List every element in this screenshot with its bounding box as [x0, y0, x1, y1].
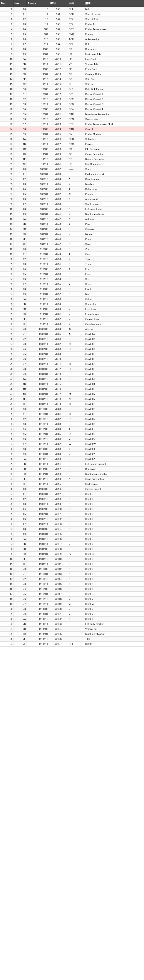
- table-cell: 127: [0, 641, 13, 647]
- table-cell: 53: [0, 272, 13, 277]
- table-cell: 56: [13, 437, 27, 442]
- table-row: 119771110111&#119;wSmall w: [0, 601, 144, 607]
- table-cell: 1001101: [27, 391, 49, 397]
- table-cell: Acknowledge: [85, 37, 144, 42]
- table-row: 110B1011&#11;VTVertical Tab: [0, 62, 144, 67]
- table-cell: 6B: [13, 542, 27, 547]
- table-cell: 30: [13, 247, 27, 252]
- table-cell: End of Text: [85, 22, 144, 27]
- table-cell: 1000: [27, 47, 49, 52]
- table-cell: 110: [27, 37, 49, 42]
- table-row: 5436110110&#54;6Six: [0, 277, 144, 282]
- table-cell: 2E: [13, 237, 27, 242]
- table-cell: 05: [13, 32, 27, 37]
- table-cell: &#101;: [49, 512, 68, 517]
- table-cell: 17: [0, 92, 13, 97]
- table-cell: 10: [27, 17, 49, 22]
- table-cell: 19: [13, 132, 27, 137]
- table-cell: 7: [0, 42, 13, 47]
- table-cell: &#46;: [49, 237, 68, 242]
- table-row: 161010000&#16;DLEData Link Escape: [0, 87, 144, 92]
- table-cell: &#94;: [49, 477, 68, 482]
- table-cell: &#92;: [49, 467, 68, 472]
- table-cell: Left curly bracket: [85, 622, 144, 627]
- table-cell: 100: [27, 27, 49, 32]
- table-cell: @: [68, 327, 85, 332]
- table-cell: 2: [68, 257, 85, 262]
- table-cell: 75: [13, 592, 27, 597]
- table-cell: Small n: [85, 557, 144, 562]
- table-cell: c: [68, 502, 85, 507]
- table-cell: 00: [13, 7, 27, 12]
- table-cell: 5B: [13, 461, 27, 467]
- table-cell: 66: [0, 337, 13, 342]
- table-cell: Tilde: [85, 636, 144, 641]
- table-cell: 70: [0, 357, 13, 362]
- table-cell: V: [68, 437, 85, 442]
- table-cell: g: [68, 522, 85, 527]
- table-row: 116741110100&#116;tSmall t: [0, 587, 144, 592]
- table-row: 452D101101&#45;-Minus: [0, 232, 144, 237]
- table-cell: &#0;: [49, 7, 68, 12]
- table-cell: Enquiry: [85, 32, 144, 37]
- table-cell: &#64;: [49, 327, 68, 332]
- table-cell: 1111111: [27, 641, 49, 647]
- table-cell: ~: [68, 636, 85, 641]
- table-cell: 1000000: [27, 327, 49, 332]
- table-cell: DEL: [68, 641, 85, 647]
- table-cell: 1001110: [27, 397, 49, 402]
- table-cell: &#74;: [49, 377, 68, 382]
- table-cell: 1111011: [27, 622, 49, 627]
- table-cell: Vertical bar: [85, 627, 144, 632]
- table-cell: Small q: [85, 572, 144, 577]
- table-cell: &#35;: [49, 182, 68, 187]
- table-row: 442C101100&#44;,Comma: [0, 227, 144, 232]
- table-cell: 73: [0, 372, 13, 377]
- table-cell: 101011: [27, 222, 49, 227]
- table-cell: 101110: [27, 237, 49, 242]
- table-cell: 23: [13, 182, 27, 187]
- table-cell: 09: [13, 52, 27, 57]
- table-cell: &#115;: [49, 582, 68, 587]
- table-cell: Five: [85, 272, 144, 277]
- table-cell: 6A: [13, 537, 27, 542]
- table-cell: B: [68, 337, 85, 342]
- table-cell: Small m: [85, 552, 144, 557]
- table-cell: 1000010: [27, 337, 49, 342]
- table-cell: Four: [85, 267, 144, 272]
- table-cell: 1111100: [27, 627, 49, 632]
- table-cell: EOT: [68, 27, 85, 32]
- table-cell: 7D: [13, 632, 27, 636]
- table-row: 915B1011011&#91;[Left square bracket: [0, 461, 144, 467]
- table-cell: ): [68, 212, 85, 217]
- table-cell: 42: [0, 217, 13, 222]
- table-cell: 1011100: [27, 467, 49, 472]
- table-cell: DC4: [68, 107, 85, 112]
- table-cell: 1101000: [27, 527, 49, 531]
- table-cell: z: [68, 617, 85, 622]
- table-row: 72481001000&#72;HCapital H: [0, 367, 144, 372]
- table-row: 140E1110&#14;SOShift Out: [0, 77, 144, 82]
- ascii-table: Dec Hex Binary HTML 字符 描述 0000&#0;NULNul…: [0, 0, 144, 647]
- table-cell: 7A: [13, 617, 27, 622]
- table-cell: 6: [68, 277, 85, 282]
- table-cell: Small w: [85, 601, 144, 607]
- table-cell: Small z: [85, 617, 144, 622]
- table-cell: 17: [13, 122, 27, 127]
- table-cell: 16: [0, 87, 13, 92]
- table-cell: Device Control 3: [85, 102, 144, 107]
- table-cell: Asterisk: [85, 217, 144, 222]
- table-cell: 1100001: [27, 492, 49, 496]
- table-row: 794F1001111&#79;OCapital O: [0, 402, 144, 407]
- table-cell: 56: [0, 287, 13, 292]
- table-row: 462E101110&#46;.Period: [0, 237, 144, 242]
- table-cell: DC1: [68, 92, 85, 97]
- table-cell: Shift In: [85, 82, 144, 87]
- table-cell: STX: [68, 17, 85, 22]
- table-cell: 1011: [27, 62, 49, 67]
- table-cell: 8: [68, 287, 85, 292]
- table-row: 100641100100&#100;dSmall d: [0, 507, 144, 512]
- table-cell: 78: [0, 397, 13, 402]
- table-cell: 94: [0, 477, 13, 482]
- table-cell: 1F: [13, 162, 27, 167]
